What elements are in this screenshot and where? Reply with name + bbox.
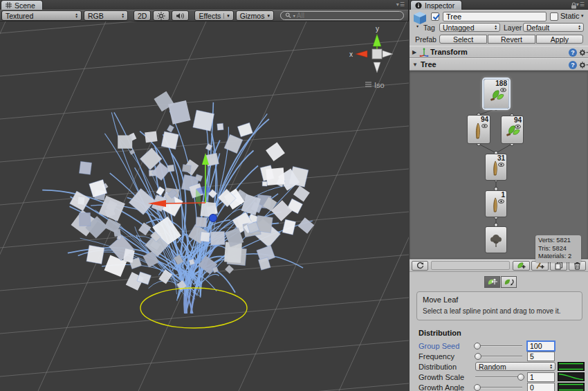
growth-angle-curve-preview[interactable]	[558, 383, 585, 391]
frequency-slider[interactable]	[475, 352, 522, 361]
distribution-dropdown[interactable]: Random ▴▾	[475, 362, 555, 371]
effects-dropdown[interactable]: Effects ▾	[194, 10, 233, 21]
prefab-row: Prefab Select Revert Apply	[410, 34, 588, 46]
static-label: Static	[560, 12, 580, 20]
audio-toggle-button[interactable]	[172, 10, 189, 21]
distribution-label: Distribution	[419, 363, 457, 371]
prefab-select-button[interactable]: Select	[439, 35, 487, 44]
leaf-tools-row	[410, 272, 588, 290]
tab-scene[interactable]: Scene	[1, 0, 43, 10]
tree-component-header[interactable]: ▼ Tree ?	[410, 58, 588, 71]
branch-group-node-31[interactable]: 31	[485, 154, 507, 181]
distribution-row: Distribution Random ▴▾	[410, 362, 588, 372]
transform-component-header[interactable]: ▶ Transform ?	[410, 46, 588, 58]
chevron-down-icon: ▾	[267, 13, 270, 19]
static-checkbox[interactable]	[550, 12, 558, 21]
gameobject-name-field[interactable]	[443, 12, 546, 21]
scene-panel-menu-icon[interactable]: ▾☰	[396, 1, 405, 8]
updown-arrows-icon: ▴▾	[75, 13, 77, 18]
slider-knob[interactable]	[474, 384, 481, 391]
layer-label: Layer	[504, 24, 522, 32]
growth-angle-slider[interactable]	[475, 383, 522, 391]
frequency-field[interactable]	[527, 352, 555, 361]
add-leaf-group-button[interactable]	[513, 261, 530, 271]
iso-hamburger-icon	[365, 82, 371, 87]
lighting-toggle-button[interactable]	[153, 10, 169, 21]
frequency-label: Frequency	[419, 352, 454, 361]
refresh-icon	[416, 262, 424, 269]
stats-tris: Tris: 5824	[538, 245, 578, 253]
leaf-icon	[504, 123, 521, 138]
growth-scale-curve-preview[interactable]	[558, 372, 585, 381]
tag-dropdown[interactable]: Untagged ▴▾	[439, 23, 500, 32]
duplicate-icon	[555, 262, 563, 270]
refresh-button[interactable]	[412, 261, 428, 271]
growth-scale-field[interactable]	[527, 372, 555, 382]
scene-viewport[interactable]: y x Iso	[0, 21, 409, 391]
gear-icon[interactable]	[579, 61, 588, 69]
tool-help-box: Move Leaf Select a leaf spline point and…	[416, 291, 582, 320]
updown-arrows-icon: ▴▾	[122, 13, 124, 18]
group-seed-label: Group Seed	[419, 342, 459, 350]
prefab-apply-button[interactable]: Apply	[536, 35, 583, 44]
foldout-expanded-icon[interactable]: ▼	[412, 62, 419, 68]
layer-dropdown[interactable]: Default ▴▾	[523, 23, 584, 32]
branch-icon	[474, 122, 484, 139]
scene-search-input[interactable]	[297, 12, 399, 19]
color-mode-dropdown[interactable]: RGB ▴▾	[84, 10, 128, 21]
scene-grid-icon	[6, 2, 12, 8]
iso-mode-indicator[interactable]: Iso	[365, 81, 385, 89]
tool-help-description: Select a leaf spline point and drag to m…	[423, 307, 576, 315]
distribution-curve-preview[interactable]	[558, 362, 585, 371]
growth-angle-row: Growth Angle	[410, 383, 588, 391]
active-checkbox[interactable]	[431, 12, 439, 21]
toggle-2d-button[interactable]: 2D	[134, 10, 151, 21]
prefab-revert-button[interactable]: Revert	[488, 35, 535, 44]
static-flags-arrow-icon[interactable]: ▾	[581, 13, 584, 19]
group-seed-slider[interactable]	[475, 341, 522, 351]
move-leaf-tool-button[interactable]	[484, 276, 500, 288]
gizmo-right-cone[interactable]	[383, 51, 393, 57]
slider-knob[interactable]	[475, 353, 481, 360]
scene-search-field[interactable]: ▾	[280, 11, 404, 20]
orientation-gizmo[interactable]: y x Iso	[349, 25, 393, 89]
leaf-icon	[488, 88, 505, 103]
gizmos-dropdown[interactable]: Gizmos ▾	[236, 10, 274, 21]
tab-inspector[interactable]: Inspector	[410, 0, 462, 10]
slider-knob[interactable]	[517, 374, 524, 381]
stats-materials: Materials: 2	[538, 253, 578, 261]
tree-node-editor[interactable]: 188 94	[410, 71, 588, 259]
tree-root-node[interactable]	[485, 226, 507, 253]
growth-angle-field[interactable]	[527, 383, 555, 391]
sun-icon	[157, 12, 165, 20]
node-toolbar-spacer	[431, 261, 510, 270]
mesh-stats-box: Verts: 5821 Tris: 5824 Materials: 2	[535, 235, 581, 262]
help-icon[interactable]: ?	[569, 61, 577, 69]
growth-scale-slider[interactable]	[475, 372, 522, 382]
leaf-group-node-188[interactable]: 188	[484, 79, 509, 109]
frequency-row: Frequency	[410, 352, 588, 362]
growth-angle-label: Growth Angle	[419, 383, 464, 391]
leaf-group-node-94[interactable]: 94	[501, 116, 524, 144]
generated-scene	[0, 21, 409, 391]
x-axis-handle[interactable]	[165, 203, 205, 203]
z-axis-handle[interactable]	[210, 215, 217, 222]
gizmo-y-cone[interactable]	[373, 34, 381, 46]
group-seed-field[interactable]	[527, 341, 555, 351]
help-icon[interactable]: ?	[569, 48, 577, 57]
gizmo-center-cube[interactable]	[372, 49, 382, 59]
branch-group-node-94[interactable]: 94	[467, 115, 490, 144]
rotate-leaf-tool-button[interactable]	[501, 276, 517, 288]
gizmo-x-cone[interactable]	[356, 51, 367, 57]
gear-icon[interactable]	[579, 48, 588, 57]
tag-layer-row: Tag Untagged ▴▾ Layer Default ▴▾	[410, 23, 588, 34]
distribution-section: Distribution Group Seed Frequency	[410, 329, 588, 391]
inspector-panel-menu-icon[interactable]: ▾☰	[576, 1, 585, 8]
tool-help-title: Move Leaf	[423, 295, 576, 304]
gizmo-down-cone[interactable]	[374, 62, 380, 73]
scene-tab-label: Scene	[15, 1, 35, 10]
branch-group-node-1[interactable]: 1	[485, 190, 507, 217]
slider-knob[interactable]	[474, 343, 481, 349]
render-mode-dropdown[interactable]: Textured ▴▾	[1, 10, 82, 21]
foldout-collapsed-icon[interactable]: ▶	[412, 49, 419, 55]
